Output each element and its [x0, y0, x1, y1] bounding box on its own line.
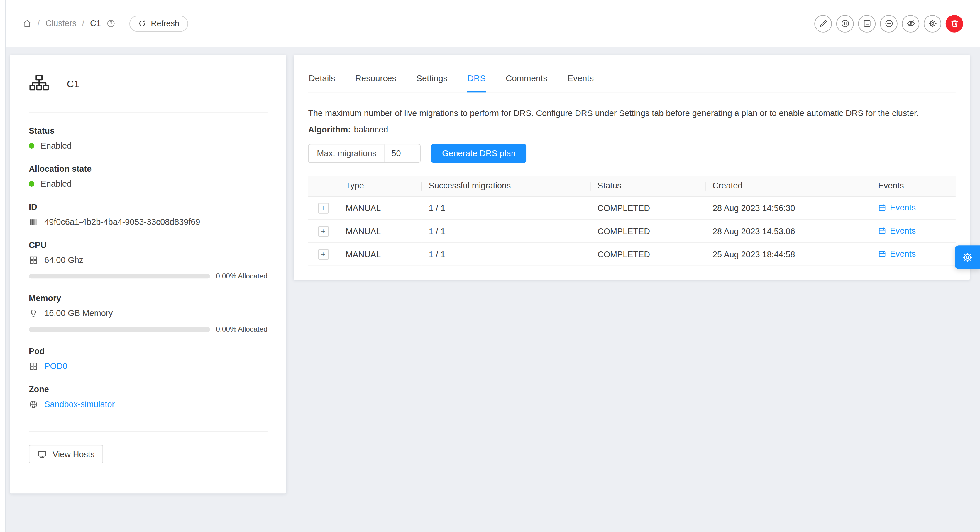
drs-description: The maximum number of live migrations to… [308, 107, 955, 119]
cluster-info-card: C1 Status Enabled Allocation state Enabl… [10, 55, 286, 494]
edit-button[interactable] [814, 15, 832, 32]
breadcrumb-item-clusters[interactable]: Clusters [46, 19, 76, 28]
cell-created: 25 Aug 2023 18:44:58 [705, 243, 870, 266]
top-bar: / Clusters / C1 Refresh [6, 0, 980, 47]
view-hosts-button[interactable]: View Hosts [29, 445, 103, 464]
cpu-value: 64.00 Ghz [44, 255, 83, 265]
field-id: ID 49f0c6a1-4b2b-4ba4-9053-33c08d839f69 [29, 202, 267, 227]
refresh-button[interactable]: Refresh [130, 15, 188, 31]
tab-settings[interactable]: Settings [416, 66, 448, 92]
allocation-state-value: Enabled [40, 179, 72, 189]
field-status: Status Enabled [29, 126, 267, 150]
breadcrumb-item-current: C1 [90, 19, 101, 28]
max-migrations-input[interactable] [385, 144, 420, 162]
bulb-icon [29, 309, 38, 318]
field-label: Memory [29, 294, 267, 303]
disable-oobm-button[interactable] [902, 15, 920, 32]
field-label: ID [29, 202, 267, 212]
drs-controls: Max. migrations Generate DRS plan [308, 143, 955, 163]
cell-successful-migrations: 1 / 1 [421, 243, 590, 266]
cpu-progress-bar [29, 274, 210, 278]
cpu-allocated-text: 0.00% Allocated [216, 272, 267, 280]
zone-link[interactable]: Sandbox-simulator [44, 400, 115, 409]
algorithm-label: Algorithm: [308, 125, 350, 134]
expand-row-button[interactable]: + [318, 203, 328, 213]
barcode-icon [29, 217, 38, 227]
pause-circle-icon [840, 19, 850, 28]
events-link[interactable]: Events [878, 249, 916, 258]
view-hosts-label: View Hosts [52, 449, 94, 459]
tab-events[interactable]: Events [567, 66, 594, 92]
cluster-detail-card: Details Resources Settings DRS Comments … [294, 55, 970, 280]
window-minimize-icon [862, 19, 872, 28]
events-link[interactable]: Events [878, 203, 916, 212]
refresh-label: Refresh [151, 19, 179, 28]
monitor-icon [38, 449, 47, 459]
field-pod: Pod POD0 [29, 347, 267, 371]
cell-created: 28 Aug 2023 14:53:06 [705, 219, 870, 243]
trash-icon [950, 19, 959, 28]
column-header-status: Status [590, 176, 705, 196]
expand-row-button[interactable]: + [318, 226, 328, 236]
collapsed-sidebar[interactable] [0, 0, 6, 532]
column-header-type: Type [338, 176, 421, 196]
breadcrumb: / Clusters / C1 [22, 19, 116, 28]
field-zone: Zone Sandbox-simulator [29, 385, 267, 409]
pod-grid-icon [29, 362, 38, 371]
events-link-label: Events [890, 226, 916, 235]
field-label: Allocation state [29, 164, 267, 173]
tab-comments[interactable]: Comments [505, 66, 548, 92]
tab-resources[interactable]: Resources [355, 66, 397, 92]
expand-row-button[interactable]: + [318, 249, 328, 259]
tab-drs[interactable]: DRS [467, 66, 486, 92]
question-circle-icon[interactable] [107, 19, 116, 28]
resource-title-row: C1 [29, 73, 267, 94]
field-label: CPU [29, 240, 267, 250]
gear-icon [928, 19, 937, 28]
table-row: + MANUAL 1 / 1 COMPLETED 28 Aug 2023 14:… [308, 196, 955, 219]
generate-drs-plan-button[interactable]: Generate DRS plan [431, 143, 527, 163]
status-value: Enabled [40, 141, 72, 151]
events-link-label: Events [890, 203, 916, 212]
cpu-grid-icon [29, 255, 38, 265]
gear-icon [962, 252, 973, 263]
eye-slash-icon [906, 19, 915, 28]
cell-status: COMPLETED [590, 196, 705, 219]
cluster-id-value: 49f0c6a1-4b2b-4ba4-9053-33c08d839f69 [44, 217, 200, 227]
cell-status: COMPLETED [590, 219, 705, 243]
pod-link[interactable]: POD0 [44, 362, 67, 371]
events-link-label: Events [890, 249, 916, 258]
disable-cluster-button[interactable] [836, 15, 854, 32]
table-row: + MANUAL 1 / 1 COMPLETED 25 Aug 2023 18:… [308, 243, 955, 266]
settings-drawer-toggle[interactable] [955, 245, 980, 269]
breadcrumb-separator: / [82, 19, 84, 28]
field-label: Status [29, 126, 267, 135]
delete-cluster-button[interactable] [946, 15, 963, 32]
cell-type: MANUAL [338, 219, 421, 243]
events-link[interactable]: Events [878, 226, 916, 235]
column-header-successful-migrations: Successful migrations [421, 176, 590, 196]
field-label: Pod [29, 347, 267, 356]
disable-ha-button[interactable] [880, 15, 897, 32]
field-memory: Memory 16.00 GB Memory 0.00% Allocated [29, 294, 267, 333]
memory-progress-bar [29, 327, 210, 331]
configure-ha-button[interactable] [924, 15, 941, 32]
column-header-events: Events [870, 176, 956, 196]
cell-successful-migrations: 1 / 1 [421, 219, 590, 243]
tab-details[interactable]: Details [308, 66, 336, 92]
content-area: C1 Status Enabled Allocation state Enabl… [6, 47, 980, 493]
table-row: + MANUAL 1 / 1 COMPLETED 28 Aug 2023 14:… [308, 219, 955, 243]
app-root: / Clusters / C1 Refresh [0, 0, 980, 532]
algorithm-value: balanced [354, 125, 388, 134]
calendar-icon [878, 227, 886, 235]
max-migrations-label: Max. migrations [309, 144, 385, 162]
memory-allocated-text: 0.00% Allocated [216, 326, 267, 333]
refresh-icon [138, 19, 147, 27]
globe-icon [29, 400, 38, 409]
calendar-icon [878, 249, 886, 258]
minus-circle-icon [884, 19, 894, 28]
cell-status: COMPLETED [590, 243, 705, 266]
field-allocation-state: Allocation state Enabled [29, 164, 267, 189]
unmanage-cluster-button[interactable] [858, 15, 876, 32]
home-icon[interactable] [22, 19, 32, 28]
